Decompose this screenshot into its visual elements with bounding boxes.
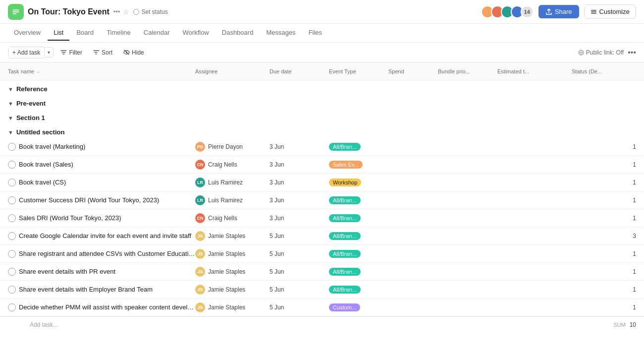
col-due-date[interactable]: Due date bbox=[269, 68, 329, 74]
tab-timeline[interactable]: Timeline bbox=[101, 25, 137, 41]
top-bar-right: 14 Share Customize bbox=[481, 4, 636, 19]
tab-files[interactable]: Files bbox=[303, 25, 328, 41]
task-name-cell: Book travel (Sales) bbox=[8, 161, 195, 169]
event-type-cell: All/Bran... bbox=[329, 268, 388, 275]
table-row[interactable]: Book travel (Sales) CN Craig Nells 3 Jun… bbox=[0, 156, 644, 174]
task-checkbox[interactable] bbox=[8, 179, 16, 186]
event-type-cell: All/Bran... bbox=[329, 232, 388, 240]
table-row[interactable]: Customer Success DRI (World Tour Tokyo, … bbox=[0, 191, 644, 209]
add-task-button[interactable]: + Add task bbox=[8, 47, 44, 59]
col-event-type[interactable]: Event Type bbox=[329, 68, 388, 74]
task-checkbox[interactable] bbox=[8, 143, 16, 151]
assignee-cell: CN Craig Nells bbox=[195, 213, 269, 223]
chevron-icon: ▼ bbox=[8, 115, 13, 121]
star-icon[interactable]: ☆ bbox=[123, 8, 129, 16]
col-status[interactable]: Status (De... bbox=[572, 68, 636, 74]
tab-workflow[interactable]: Workflow bbox=[177, 25, 215, 41]
avatar: LR bbox=[195, 195, 205, 205]
table-row[interactable]: Share event details with PR event JS Jam… bbox=[0, 263, 644, 281]
tab-dashboard[interactable]: Dashboard bbox=[216, 25, 260, 41]
ellipsis-icon[interactable]: ••• bbox=[113, 8, 120, 15]
task-name-cell: Share registrant and attendee CSVs with … bbox=[8, 250, 195, 258]
column-headers: Task name ⌄ Assignee Due date Event Type… bbox=[0, 62, 644, 80]
event-type-badge: All/Bran... bbox=[329, 196, 361, 204]
task-checkbox[interactable] bbox=[8, 232, 16, 240]
more-options-icon[interactable]: ••• bbox=[628, 48, 636, 57]
due-date-cell: 5 Jun bbox=[269, 304, 329, 311]
section-untitled[interactable]: ▼ Untitled section bbox=[0, 123, 644, 138]
sum-value: 10 bbox=[630, 321, 636, 328]
add-task-label: + Add task bbox=[12, 49, 40, 56]
table-row[interactable]: Book travel (CS) LR Luis Ramirez 3 Jun W… bbox=[0, 174, 644, 191]
task-name: Share event details with PR event bbox=[19, 268, 115, 275]
chevron-icon: ▼ bbox=[8, 86, 13, 92]
task-checkbox[interactable] bbox=[8, 161, 16, 169]
section-title: Pre-event bbox=[16, 100, 46, 107]
assignee-cell: JS Jamie Staples bbox=[195, 267, 269, 277]
tab-overview[interactable]: Overview bbox=[8, 25, 47, 41]
task-name-cell: Book travel (CS) bbox=[8, 179, 195, 186]
add-task-inline[interactable]: Add task... bbox=[19, 321, 58, 328]
task-checkbox[interactable] bbox=[8, 214, 16, 222]
event-type-cell: All/Bran... bbox=[329, 250, 388, 257]
event-type-cell: Custom... bbox=[329, 303, 388, 311]
sort-label: Sort bbox=[102, 49, 112, 56]
add-task-group: + Add task ▾ bbox=[8, 47, 54, 59]
col-assignee[interactable]: Assignee bbox=[195, 68, 269, 74]
chevron-icon: ▼ bbox=[8, 129, 13, 135]
due-date-cell: 3 Jun bbox=[269, 215, 329, 222]
col-estimated[interactable]: Estimated t... bbox=[497, 68, 572, 74]
tab-list[interactable]: List bbox=[48, 25, 69, 41]
table-row[interactable]: Sales DRI (World Tour Tokyo, 2023) CN Cr… bbox=[0, 209, 644, 227]
assignee-name: Luis Ramirez bbox=[208, 197, 243, 204]
col-spend[interactable]: Spend bbox=[388, 68, 438, 74]
filter-button[interactable]: Filter bbox=[56, 47, 86, 58]
event-type-cell: All/Bran... bbox=[329, 196, 388, 204]
top-bar-left: On Tour: Tokyo Event ••• ☆ Set status bbox=[8, 4, 168, 20]
table-row[interactable]: Share registrant and attendee CSVs with … bbox=[0, 245, 644, 263]
public-link[interactable]: Public link: Off bbox=[578, 49, 624, 56]
table-row[interactable]: Share event details with Employer Brand … bbox=[0, 281, 644, 299]
event-type-badge: All/Bran... bbox=[329, 232, 361, 240]
event-type-cell: All/Bran... bbox=[329, 143, 388, 150]
svg-rect-4 bbox=[591, 11, 596, 12]
table-row[interactable]: Book travel (Marketing) PD Pierre Dayon … bbox=[0, 138, 644, 156]
hide-button[interactable]: Hide bbox=[119, 47, 148, 58]
section-title: Reference bbox=[16, 85, 48, 93]
app-icon[interactable] bbox=[8, 4, 24, 20]
avatar-count[interactable]: 14 bbox=[521, 5, 534, 18]
status-cell: 1 bbox=[572, 250, 636, 257]
section-pre-event[interactable]: ▼ Pre-event bbox=[0, 95, 644, 109]
assignee-name: Jamie Staples bbox=[208, 233, 245, 240]
tab-board[interactable]: Board bbox=[70, 25, 100, 41]
col-task-name[interactable]: Task name ⌄ bbox=[8, 68, 195, 74]
assignee-cell: JS Jamie Staples bbox=[195, 231, 269, 241]
due-date-cell: 5 Jun bbox=[269, 233, 329, 240]
event-type-cell: Workshop bbox=[329, 179, 388, 186]
tab-messages[interactable]: Messages bbox=[260, 25, 301, 41]
status-cell: 1 bbox=[572, 161, 636, 168]
tab-calendar[interactable]: Calendar bbox=[138, 25, 176, 41]
task-checkbox[interactable] bbox=[8, 286, 16, 294]
share-button[interactable]: Share bbox=[538, 5, 579, 18]
task-checkbox[interactable] bbox=[8, 196, 16, 204]
event-type-cell: Sales Ev... bbox=[329, 161, 388, 168]
task-checkbox[interactable] bbox=[8, 268, 16, 276]
top-bar: On Tour: Tokyo Event ••• ☆ Set status 14… bbox=[0, 0, 644, 24]
avatar-group[interactable]: 14 bbox=[481, 5, 534, 18]
due-date-cell: 5 Jun bbox=[269, 268, 329, 275]
assignee-name: Jamie Staples bbox=[208, 286, 245, 293]
section-reference[interactable]: ▼ Reference bbox=[0, 80, 644, 95]
task-checkbox[interactable] bbox=[8, 303, 16, 311]
section-1[interactable]: ▼ Section 1 bbox=[0, 109, 644, 123]
add-task-caret-button[interactable]: ▾ bbox=[44, 47, 54, 58]
sort-button[interactable]: Sort bbox=[89, 47, 116, 58]
set-status[interactable]: Set status bbox=[133, 8, 167, 15]
col-bundle[interactable]: Bundle prio... bbox=[438, 68, 497, 74]
customize-button[interactable]: Customize bbox=[584, 4, 636, 19]
table-row[interactable]: Decide whether PMM will assist with spea… bbox=[0, 299, 644, 316]
assignee-cell: JS Jamie Staples bbox=[195, 249, 269, 259]
table-row[interactable]: Create Google Calendar invite for each e… bbox=[0, 227, 644, 245]
content-area: ▼ Reference ▼ Pre-event ▼ Section 1 ▼ Un… bbox=[0, 80, 644, 361]
task-checkbox[interactable] bbox=[8, 250, 16, 258]
